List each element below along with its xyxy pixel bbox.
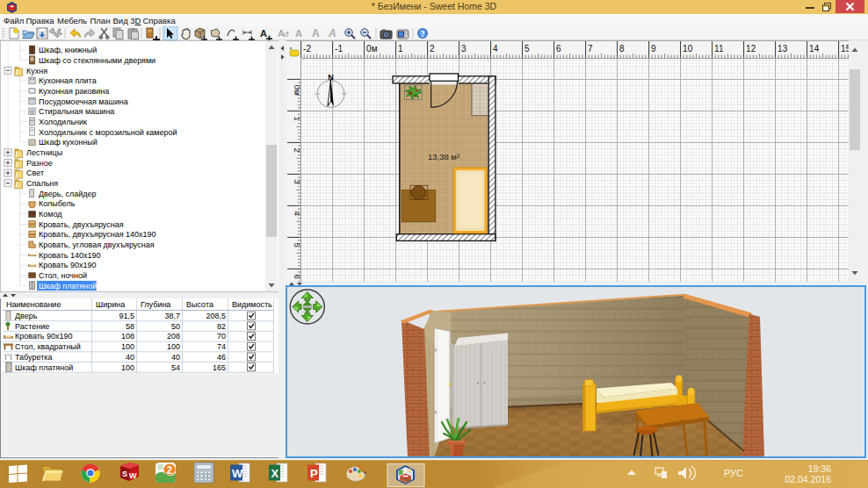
svg-text:X: X	[271, 467, 279, 480]
svg-text:40: 40	[171, 353, 180, 362]
svg-text:74: 74	[217, 342, 226, 351]
svg-text:Стол, ночной: Стол, ночной	[39, 271, 87, 280]
svg-text:Спальня: Спальня	[26, 179, 58, 188]
svg-text:Кровать 90x190: Кровать 90x190	[15, 332, 73, 341]
svg-text:Табуретка: Табуретка	[15, 353, 52, 362]
svg-text:82: 82	[217, 322, 226, 331]
svg-text:46: 46	[217, 353, 226, 362]
svg-text:208,5: 208,5	[206, 312, 226, 320]
svg-text:3: 3	[461, 44, 467, 54]
svg-text:5: 5	[524, 44, 530, 54]
svg-text:02.04.2016: 02.04.2016	[785, 474, 831, 484]
svg-text:54: 54	[171, 363, 180, 372]
svg-text:100: 100	[121, 342, 134, 351]
svg-text:A: A	[295, 28, 302, 39]
svg-text:Дверь, слайдер: Дверь, слайдер	[39, 190, 97, 198]
svg-text:Кровать, угловая двухъярусная: Кровать, угловая двухъярусная	[39, 240, 155, 249]
svg-text:Свет: Свет	[26, 169, 44, 177]
svg-text:38,7: 38,7	[164, 312, 180, 320]
svg-text:Кухонная раковина: Кухонная раковина	[39, 87, 109, 96]
svg-text:13: 13	[778, 44, 788, 54]
svg-text:Кровать 140x190: Кровать 140x190	[39, 251, 101, 260]
svg-text:Кухня: Кухня	[26, 67, 47, 75]
svg-text:Высота: Высота	[186, 300, 213, 309]
svg-text:7: 7	[588, 44, 593, 54]
svg-text:Глубина: Глубина	[141, 300, 170, 309]
svg-text:14: 14	[809, 44, 820, 54]
svg-text:Кухонная плита: Кухонная плита	[39, 76, 97, 85]
svg-text:Комод: Комод	[39, 210, 62, 219]
svg-text:9: 9	[651, 44, 656, 54]
svg-text:W: W	[232, 467, 243, 480]
svg-text:Шкаф со стеклянными дверями: Шкаф со стеклянными дверями	[39, 56, 156, 65]
svg-text:Стол, квадратный: Стол, квадратный	[15, 342, 81, 351]
svg-text:W: W	[129, 471, 137, 480]
svg-text:0м: 0м	[366, 44, 378, 54]
svg-text:Растение: Растение	[15, 322, 49, 331]
svg-text:12: 12	[746, 44, 756, 54]
svg-text:Видимость: Видимость	[232, 300, 272, 309]
svg-text:0м: 0м	[293, 84, 302, 95]
svg-text:Посудомоечная машина: Посудомоечная машина	[39, 97, 128, 106]
svg-text:Дверь: Дверь	[15, 312, 38, 320]
svg-text:13,38 м²: 13,38 м²	[428, 152, 459, 161]
svg-text:165: 165	[213, 363, 226, 372]
svg-text:108: 108	[121, 332, 134, 341]
svg-text:10: 10	[683, 44, 693, 54]
svg-text:58: 58	[126, 322, 134, 331]
svg-text:6: 6	[556, 44, 561, 54]
svg-text:Кровать 90x190: Кровать 90x190	[39, 261, 97, 269]
svg-text:Шкаф платяной: Шкаф платяной	[39, 282, 97, 291]
svg-text:РУС: РУС	[724, 468, 743, 478]
svg-text:A: A	[260, 28, 267, 39]
svg-text:11: 11	[714, 44, 724, 54]
svg-text:40: 40	[126, 353, 134, 362]
svg-text:19:36: 19:36	[808, 463, 831, 474]
svg-text:2: 2	[430, 44, 435, 54]
svg-text:100: 100	[167, 342, 180, 351]
svg-text:208: 208	[167, 332, 180, 341]
svg-text:Колыбель: Колыбель	[39, 199, 76, 208]
svg-text:Шкаф платяной: Шкаф платяной	[15, 363, 73, 372]
svg-text:1: 1	[398, 44, 403, 54]
svg-text:A: A	[312, 27, 320, 39]
svg-text:Стиральная машина: Стиральная машина	[39, 107, 114, 116]
svg-text:↺: ↺	[283, 31, 289, 39]
svg-text:8: 8	[619, 44, 625, 54]
svg-text:-2: -2	[303, 44, 311, 54]
svg-text:2: 2	[167, 464, 173, 477]
svg-text:100: 100	[121, 363, 134, 372]
svg-text:91,5: 91,5	[119, 312, 134, 320]
svg-text:Кровать, двухъярусная: Кровать, двухъярусная	[39, 220, 124, 229]
svg-text:A: A	[328, 27, 336, 39]
svg-text:P: P	[310, 467, 318, 480]
svg-text:Шкаф кухонный: Шкаф кухонный	[39, 138, 98, 147]
svg-text:-1: -1	[335, 44, 343, 54]
svg-text:Шкаф, книжный: Шкаф, книжный	[39, 46, 97, 54]
svg-text:4: 4	[493, 44, 498, 54]
svg-text:Наименование: Наименование	[6, 300, 61, 309]
svg-text:S: S	[122, 470, 127, 478]
svg-text:70: 70	[217, 332, 226, 341]
svg-text:Холодильник: Холодильник	[39, 118, 87, 126]
svg-text:?: ?	[420, 29, 424, 39]
svg-text:Холодильник с морозильной каме: Холодильник с морозильной камерой	[39, 128, 177, 137]
svg-text:Лестницы: Лестницы	[26, 148, 62, 157]
svg-text:50: 50	[171, 322, 180, 331]
svg-text:Кровать, двухъярусная 140x190: Кровать, двухъярусная 140x190	[39, 230, 156, 239]
svg-text:Разное: Разное	[26, 159, 53, 168]
svg-text:Ширина: Ширина	[96, 300, 125, 309]
